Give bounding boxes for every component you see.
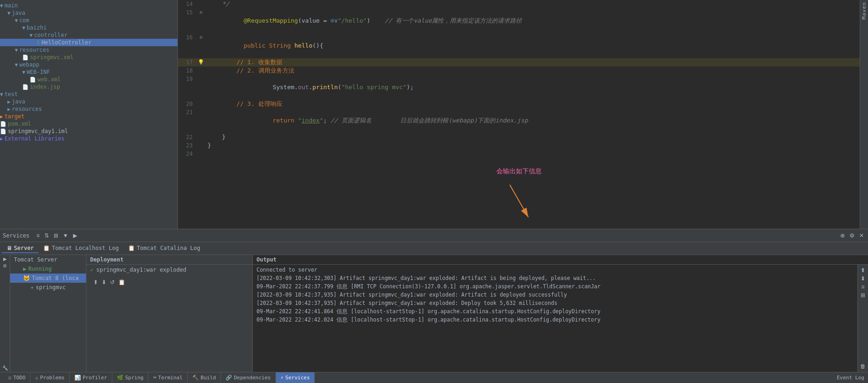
status-tab-services[interactable]: ⚡ Services [276,372,315,383]
services-sort-button[interactable]: ⇅ [43,232,50,239]
iml-icon: 📄 [0,128,6,134]
event-log-label[interactable]: Event Log [837,375,864,381]
status-tab-terminal[interactable]: ⌨ Terminal [148,372,188,383]
tree-item-java2[interactable]: ▶ java [0,98,177,105]
output-line-6: 09-Mar-2022 22:42:42.024 信息 [localhost-s… [253,316,857,324]
tomcat-catalina-tab-label: Tomcat Catalina Log [137,245,200,251]
code-lines: 14 */ 15 ⊙ @RequestMapping(value = ⊙∨"/h… [178,0,860,158]
output-title: Output [257,256,276,263]
tools-button[interactable]: 🔧 [1,365,9,371]
output-scroll-top-button[interactable]: ⬆ [859,267,867,274]
services-more-button[interactable]: ▶ [72,232,79,239]
deploy-refresh-button[interactable]: ↺ [109,279,116,286]
tree-label: index.jsp [30,84,60,90]
status-tab-build[interactable]: 🔨 Build [188,372,221,383]
deploy-log-button[interactable]: 📋 [117,279,127,286]
folder-icon: ▼ [22,25,25,31]
server-item-running[interactable]: ▶ Running [10,264,86,274]
output-clear-button[interactable]: 🗑 [859,363,867,370]
tree-item-pom[interactable]: 📄 pom.xml [0,120,177,128]
tree-item-hello-controller[interactable]: C HelloController [0,39,177,46]
server-item-springmvc[interactable]: ✦ springmvc [10,283,86,292]
tree-item-target[interactable]: ▶ target [0,113,177,120]
code-line-17: 17 💡 // 1. 收集数据 [178,58,860,67]
server-list: Tomcat Server ▶ Running 🐱 Tomcat 8 (loca… [10,255,86,372]
folder-icon: ▼ [15,47,18,53]
code-line-24: 24 [178,150,860,158]
tree-item-java[interactable]: ▼ java [0,9,177,17]
services-group-button[interactable]: ⊞ [52,232,60,239]
terminal-label: Terminal [158,375,183,381]
status-tab-profiler[interactable]: 📊 Profiler [70,372,112,383]
server-item-tomcat-server[interactable]: Tomcat Server [10,255,86,264]
tree-item-springmvc-xml[interactable]: 📄 springmvc.xml [0,54,177,61]
deploy-down-button[interactable]: ⬇ [100,279,108,286]
tree-item-web-xml[interactable]: 📄 web.xml [0,76,177,83]
tree-item-web-inf[interactable]: ▼ WEB-INF [0,68,177,76]
output-align-button[interactable]: ≡ [859,283,867,291]
output-wrap-button[interactable]: ⊞ [859,292,867,299]
profiler-label: Profiler [83,375,107,381]
xml-icon: 📄 [22,55,29,61]
tree-item-webapp[interactable]: ▼ webapp [0,61,177,68]
tab-tomcat-catalina-log[interactable]: 📋 Tomcat Catalina Log [123,244,205,253]
code-line-23: 23 } [178,141,860,150]
log-tab-icon: 📋 [43,245,50,251]
tree-item-resources2[interactable]: ▶ resources [0,105,177,113]
maven-panel[interactable]: Maven [860,0,868,229]
tree-label: controller [34,32,67,38]
services-close-button[interactable]: ✕ [858,232,865,239]
server-tab-icon: 🖥 [6,245,12,251]
tree-item-com[interactable]: ▼ com [0,17,177,24]
run-button[interactable]: ▶ [2,256,8,262]
deployment-header: Deployment [86,255,252,265]
tree-item-test[interactable]: ▼ test [0,91,177,98]
code-line-14: 14 */ [178,0,860,8]
maven-label: Maven [861,2,867,19]
tree-label: java [12,98,25,105]
code-editor[interactable]: 14 */ 15 ⊙ @RequestMapping(value = ⊙∨"/h… [178,0,860,229]
output-panel: Output Connected to server [2022-03-09 1… [253,255,868,372]
lib-icon: ▶ [0,136,3,142]
deploy-action-buttons: ⬆ ⬇ ↺ 📋 [90,277,252,288]
services-icon: ⚡ [281,375,284,381]
arrow-svg [473,180,565,226]
output-scroll-bottom-button[interactable]: ⬇ [859,275,867,282]
will-output-text: 会输出如下信息 [178,167,860,176]
tree-item-controller[interactable]: ▼ controller [0,31,177,39]
folder-icon: ▼ [15,18,18,24]
tree-item-iml[interactable]: 📄 springmvc_day1.iml [0,128,177,135]
xml-icon: 📄 [0,121,6,127]
tree-item-resources[interactable]: ▼ resources [0,46,177,54]
tree-item-index-jsp[interactable]: 📄 index.jsp [0,83,177,91]
tree-item-baizhi[interactable]: ▼ baizhi [0,24,177,31]
server-item-tomcat8[interactable]: 🐱 Tomcat 8 (loca [10,274,86,283]
services-content: ▶ ⚙ 🔧 Tomcat Server ▶ Running 🐱 Tomcat 8… [0,255,868,372]
status-tab-todo[interactable]: ☑ TODO [4,372,31,383]
deploy-ok-icon: ✓ [90,267,93,273]
output-content[interactable]: Connected to server [2022-03-09 10:42:32… [253,265,857,372]
output-line-1: [2022-03-09 10:42:32,303] Artifact sprin… [253,274,857,282]
tree-label: HelloController [42,39,92,46]
output-action-buttons: ⬆ ⬇ ≡ ⊞ 🗑 [857,265,868,372]
services-add-button[interactable]: ⊕ [839,232,846,239]
run-status-icon: ▶ [23,266,26,272]
services-filter-button[interactable]: ▼ [61,232,70,239]
tab-tomcat-localhost-log[interactable]: 📋 Tomcat Localhost Log [38,244,123,253]
tree-label: springmvc.xml [30,54,73,61]
tree-item-main[interactable]: ▼ main [0,2,177,9]
tree-label: baizhi [27,24,47,31]
status-tab-spring[interactable]: 🌿 Spring [112,372,149,383]
tree-label: test [5,91,18,97]
deploy-up-button[interactable]: ⬆ [92,279,99,286]
services-settings-button[interactable]: ⚙ [848,232,856,239]
tomcat-server-label: Tomcat Server [14,256,57,263]
services-align-button[interactable]: ≡ [35,232,41,239]
tree-item-external-libs[interactable]: ▶ External Libraries [0,135,177,142]
status-tab-dependencies[interactable]: 🔗 Dependencies [221,372,275,383]
tab-server[interactable]: 🖥 Server [2,244,38,253]
status-tab-problems[interactable]: ⚠ Problems [31,372,70,383]
services-status-label: Services [285,375,310,381]
settings2-button[interactable]: ⚙ [1,263,8,269]
tree-label: com [19,17,30,24]
